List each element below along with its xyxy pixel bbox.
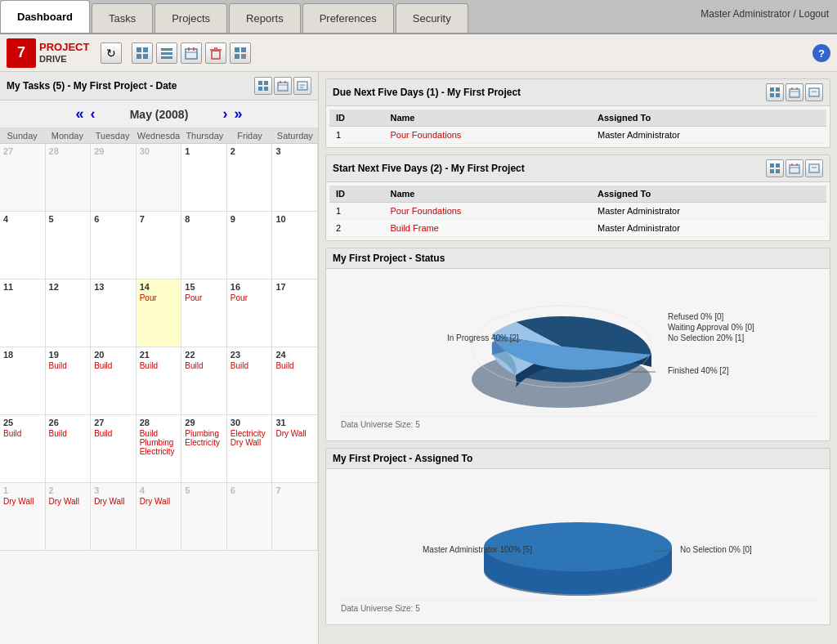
calendar-cell-number: 4 — [3, 214, 42, 224]
next-year-button[interactable]: » — [235, 105, 243, 123]
calendar-export-button[interactable] — [293, 77, 311, 95]
due-cal-button[interactable] — [786, 83, 803, 101]
calendar-cell[interactable]: 7 — [137, 212, 182, 279]
user-logout[interactable]: Master Administrator / Logout — [700, 8, 829, 20]
start-cal-button[interactable] — [786, 159, 803, 177]
calendar-cell[interactable]: 6 — [227, 483, 273, 550]
calendar-cell[interactable]: 13 — [91, 280, 137, 347]
calendar-event[interactable]: Build — [185, 361, 223, 370]
calendar-cell[interactable]: 5 — [46, 212, 92, 279]
calendar-event[interactable]: Dry Wall — [3, 497, 42, 506]
tab-security[interactable]: Security — [396, 3, 468, 33]
row-name[interactable]: Pour Foundations — [384, 203, 591, 220]
calendar-cell[interactable]: 25Build — [0, 415, 46, 482]
calendar-cell[interactable]: 30 — [137, 144, 182, 211]
calendar-event[interactable]: Electricity — [231, 429, 269, 438]
calendar-cell[interactable]: 3 — [272, 144, 318, 211]
calendar-event[interactable]: Pour — [185, 293, 223, 302]
calendar-cell[interactable]: 11 — [0, 280, 46, 347]
calendar-event[interactable]: Build — [49, 361, 87, 370]
refresh-button[interactable]: ↻ — [101, 42, 122, 64]
calendar-cell[interactable]: 29 — [91, 144, 137, 211]
calendar-cell[interactable]: 4Dry Wall — [137, 483, 182, 550]
calendar-cell[interactable]: 14Pour — [137, 280, 182, 347]
calendar-cell[interactable]: 3Dry Wall — [91, 483, 137, 550]
tab-projects[interactable]: Projects — [154, 3, 227, 33]
calendar-cell[interactable]: 1Dry Wall — [0, 483, 46, 550]
calendar-event[interactable]: Pour — [140, 293, 178, 302]
tab-dashboard[interactable]: Dashboard — [0, 0, 90, 33]
next-month-button[interactable]: › — [223, 105, 228, 123]
due-grid-button[interactable] — [766, 83, 784, 101]
calendar-event[interactable]: Build — [94, 361, 132, 370]
day-wednesday: Wednesda — [136, 128, 182, 143]
calendar-cell[interactable]: 19Build — [46, 347, 92, 414]
calendar-cell[interactable]: 8 — [181, 212, 227, 279]
settings-button[interactable] — [230, 42, 251, 64]
calendar-cell[interactable]: 1 — [181, 144, 227, 211]
tab-tasks[interactable]: Tasks — [92, 3, 153, 33]
calendar-cell[interactable]: 26Build — [46, 415, 92, 482]
calendar-cell[interactable]: 27 — [0, 144, 46, 211]
calendar-cell[interactable]: 6 — [91, 212, 137, 279]
prev-year-button[interactable]: « — [75, 105, 83, 123]
start-export-button[interactable] — [805, 159, 823, 177]
calendar-event[interactable]: Build — [3, 429, 42, 438]
calendar-cell[interactable]: 16Pour — [227, 280, 273, 347]
calendar-cal-view-button[interactable] — [274, 77, 292, 95]
calendar-cell[interactable]: 20Build — [91, 347, 137, 414]
tab-preferences[interactable]: Preferences — [302, 3, 394, 33]
calendar-event[interactable]: Dry Wall — [275, 429, 314, 438]
calendar-cell[interactable]: 2 — [227, 144, 273, 211]
calendar-cell[interactable]: 21Build — [137, 347, 182, 414]
svg-rect-22 — [258, 87, 262, 91]
calendar-cell[interactable]: 31Dry Wall — [272, 415, 318, 482]
calendar-event[interactable]: Build — [49, 429, 87, 438]
calendar-event[interactable]: Dry Wall — [231, 438, 269, 447]
row-name[interactable]: Build Frame — [384, 220, 591, 237]
calendar-event[interactable]: Build — [140, 361, 178, 370]
calendar-cell[interactable]: 22Build — [181, 347, 227, 414]
calendar-cell[interactable]: 15Pour — [181, 280, 227, 347]
calendar-cell[interactable]: 5 — [181, 483, 227, 550]
calendar-event[interactable]: Plumbing — [140, 438, 178, 447]
calendar-event[interactable]: Dry Wall — [140, 497, 178, 506]
calendar-event[interactable]: Build — [231, 361, 269, 370]
start-grid-button[interactable] — [766, 159, 784, 177]
calendar-event[interactable]: Build — [275, 361, 314, 370]
view-grid-button[interactable] — [132, 42, 153, 64]
tab-reports[interactable]: Reports — [229, 3, 301, 33]
calendar-cell[interactable]: 17 — [272, 280, 318, 347]
delete-button[interactable] — [205, 42, 226, 64]
calendar-event[interactable]: Build — [94, 429, 132, 438]
calendar-cell[interactable]: 30ElectricityDry Wall — [227, 415, 273, 482]
calendar-cell[interactable]: 28 — [46, 144, 92, 211]
calendar-event[interactable]: Electricity — [140, 447, 178, 456]
calendar-cell[interactable]: 24Build — [272, 347, 318, 414]
calendar-cell[interactable]: 7 — [272, 483, 318, 550]
calendar-cell[interactable]: 28BuildPlumbingElectricity — [137, 415, 182, 482]
calendar-event[interactable]: Dry Wall — [49, 497, 87, 506]
calendar-event[interactable]: Dry Wall — [94, 497, 132, 506]
calendar-cell[interactable]: 27Build — [91, 415, 137, 482]
calendar-event[interactable]: Pour — [231, 293, 269, 302]
row-name[interactable]: Pour Foundations — [384, 127, 591, 144]
calendar-cell[interactable]: 12 — [46, 280, 92, 347]
calendar-grid-view-button[interactable] — [254, 77, 272, 95]
view-calendar-button[interactable] — [181, 42, 202, 64]
calendar-cell[interactable]: 9 — [227, 212, 273, 279]
view-list-button[interactable] — [156, 42, 177, 64]
calendar-cell[interactable]: 29PlumbingElectricity — [181, 415, 227, 482]
calendar-event[interactable]: Plumbing — [185, 429, 223, 438]
svg-rect-6 — [161, 48, 172, 51]
calendar-cell[interactable]: 18 — [0, 347, 46, 414]
calendar-cell[interactable]: 4 — [0, 212, 46, 279]
calendar-event[interactable]: Build — [140, 429, 178, 438]
calendar-cell[interactable]: 23Build — [227, 347, 273, 414]
prev-month-button[interactable]: ‹ — [91, 105, 96, 123]
due-export-button[interactable] — [805, 83, 823, 101]
calendar-cell[interactable]: 2Dry Wall — [46, 483, 92, 550]
calendar-event[interactable]: Electricity — [185, 438, 223, 447]
calendar-cell[interactable]: 10 — [272, 212, 318, 279]
help-button[interactable]: ? — [812, 44, 830, 62]
